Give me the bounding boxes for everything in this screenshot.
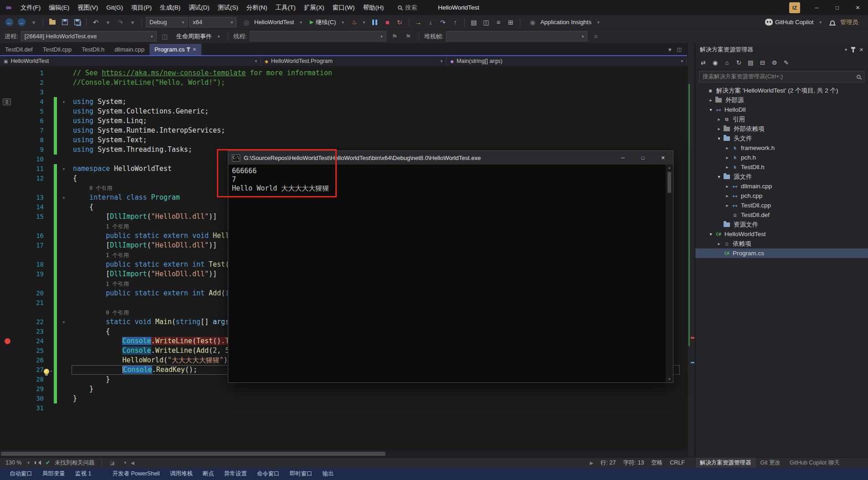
tree-item[interactable]: ▸外部源: [695, 95, 868, 105]
watch-window-icon[interactable]: ⊞: [505, 17, 516, 28]
search-box[interactable]: 搜索: [398, 4, 417, 12]
tree-item[interactable]: ▸hframework.h: [695, 143, 868, 153]
window-layout-icon[interactable]: ◫: [677, 46, 682, 52]
panel-tab[interactable]: 即时窗口: [285, 468, 318, 480]
tree-item[interactable]: 资源文件: [695, 220, 868, 229]
console-title-bar[interactable]: C:\ G:\SourceRepos\HelloWorldTest\HelloW…: [228, 151, 673, 165]
zoom-combo[interactable]: 130 %▾: [4, 458, 31, 468]
panel-tab[interactable]: 输出: [318, 468, 339, 480]
code-line[interactable]: 31: [0, 403, 687, 413]
document-tab[interactable]: TestDll.h: [77, 44, 109, 55]
close-icon[interactable]: ✕: [192, 47, 196, 52]
refresh-icon[interactable]: ↻: [734, 58, 744, 68]
code-line[interactable]: 30}: [0, 394, 687, 403]
code-line[interactable]: 7using System.Runtime.InteropServices;: [0, 126, 687, 135]
menu-item[interactable]: 测试(S): [214, 0, 242, 15]
continue-button[interactable]: ▶继续(C)▾: [307, 17, 347, 28]
code-line[interactable]: 3: [0, 88, 687, 97]
scroll-right-icon[interactable]: ▶: [590, 460, 593, 465]
console-close-button[interactable]: ✕: [653, 151, 673, 165]
menu-item[interactable]: 窗口(W): [329, 0, 359, 15]
menu-item[interactable]: 视图(V): [73, 0, 102, 15]
menu-item[interactable]: 项目(P): [127, 0, 156, 15]
hot-reload-button[interactable]: ♨▾: [349, 17, 368, 28]
indentation-indicator[interactable]: 空格: [651, 459, 663, 467]
notifications-bell-icon[interactable]: [830, 21, 835, 25]
code-line[interactable]: {}4▾using System;: [0, 97, 687, 107]
immediate-window-icon[interactable]: ≡: [493, 17, 504, 28]
tree-item[interactable]: ▸hpch.h: [695, 153, 868, 162]
tool-window-tab[interactable]: 解决方案资源管理器: [695, 458, 756, 468]
tree-item[interactable]: ▾C#HelloWorldTest: [695, 229, 868, 239]
show-all-files-icon[interactable]: ▤: [745, 58, 756, 68]
tool-window-tab[interactable]: Git 更改: [756, 458, 785, 468]
expand-arrow-icon[interactable]: ▸: [715, 117, 723, 122]
document-tab[interactable]: TestDll.cpp: [38, 44, 77, 55]
breakpoints-window-icon[interactable]: ◫: [481, 17, 492, 28]
expand-arrow-icon[interactable]: ▸: [724, 193, 731, 198]
panel-tab[interactable]: 调用堆栈: [165, 468, 198, 480]
sync-with-active-document-icon[interactable]: ⇄: [698, 58, 709, 68]
expand-arrow-icon[interactable]: ▸: [724, 165, 731, 170]
menu-item[interactable]: 编辑(E): [45, 0, 73, 15]
tree-item[interactable]: ▸◫依赖项: [695, 239, 868, 248]
step-out-icon[interactable]: ↑: [450, 17, 461, 28]
undo-dropdown-icon[interactable]: ▾: [103, 17, 113, 28]
open-file-icon[interactable]: [47, 17, 58, 28]
lifecycle-events-combo[interactable]: 生命周期事件▾: [173, 31, 223, 42]
account-badge[interactable]: IZ: [789, 2, 800, 13]
document-list-dropdown-icon[interactable]: ▼: [668, 47, 673, 52]
pin-icon[interactable]: [188, 49, 189, 52]
restart-icon[interactable]: ↻: [394, 17, 405, 28]
maximize-button[interactable]: □: [827, 0, 847, 15]
redo-dropdown-icon[interactable]: ▾: [127, 17, 138, 28]
menu-item[interactable]: 生成(B): [156, 0, 185, 15]
horizontal-scrollbar-thumb[interactable]: [1, 452, 385, 456]
expand-arrow-icon[interactable]: ▾: [707, 107, 714, 112]
menu-item[interactable]: 文件(F): [16, 0, 45, 15]
expand-arrow-icon[interactable]: ▸: [724, 155, 731, 160]
expand-arrow-icon[interactable]: ▾: [707, 232, 714, 237]
menu-item[interactable]: 调试(D): [185, 0, 214, 15]
console-scrollbar[interactable]: ▲ ▼: [666, 165, 673, 382]
redo-icon[interactable]: ↷: [115, 17, 126, 28]
thread-combo[interactable]: ▾: [250, 31, 386, 41]
close-button[interactable]: ✕: [847, 0, 868, 15]
process-snapshot-icon[interactable]: ◫: [159, 31, 170, 42]
panel-tab[interactable]: 自动窗口: [5, 468, 37, 480]
close-icon[interactable]: ✕: [859, 47, 863, 53]
menu-item[interactable]: 分析(N): [242, 0, 272, 15]
application-insights-combo[interactable]: ◉Application Insights▾: [524, 17, 603, 28]
startup-project-combo[interactable]: ◎HelloWorldTest▾: [238, 17, 305, 28]
save-all-icon[interactable]: [72, 17, 82, 28]
pending-changes-filter-icon[interactable]: ◉: [710, 58, 720, 68]
vertical-scrollbar[interactable]: [687, 43, 695, 457]
preview-selected-items-icon[interactable]: ✎: [781, 58, 791, 68]
nav-back-icon[interactable]: ←: [4, 17, 15, 28]
flag-thread-icon[interactable]: ⚑: [389, 31, 400, 42]
document-tab[interactable]: dllmain.cpp: [109, 44, 149, 55]
scroll-down-icon[interactable]: ▼: [668, 376, 671, 382]
pin-icon[interactable]: [853, 49, 854, 52]
save-icon[interactable]: [59, 17, 70, 28]
expand-arrow-icon[interactable]: ▾: [715, 174, 723, 179]
code-line[interactable]: 29 }: [0, 384, 687, 394]
code-cleanup-dropdown-icon[interactable]: ▾: [121, 460, 127, 465]
speaker-icon[interactable]: [36, 460, 41, 465]
console-maximize-button[interactable]: □: [633, 151, 653, 165]
panel-tab[interactable]: 局部变量: [37, 468, 70, 480]
panel-tab[interactable]: 命令窗口: [252, 468, 285, 480]
panel-header[interactable]: 解决方案资源管理器 ▾ ✕: [695, 43, 868, 57]
console-minimize-button[interactable]: ─: [613, 151, 633, 165]
expand-arrow-icon[interactable]: ▸: [707, 98, 714, 103]
fold-marker[interactable]: ▾: [60, 317, 68, 327]
tree-item[interactable]: ▸hTestDll.h: [695, 162, 868, 172]
expand-arrow-icon[interactable]: ▸: [724, 145, 731, 150]
expand-arrow-icon[interactable]: ▸: [715, 241, 723, 246]
stack-frames-icon[interactable]: ≡: [590, 31, 601, 42]
menu-item[interactable]: Git(G): [102, 0, 127, 15]
tree-item[interactable]: C#Program.cs: [695, 248, 868, 258]
type-dropdown[interactable]: ◆HelloWorldTest.Program▾: [261, 56, 447, 66]
menu-item[interactable]: 帮助(H): [359, 0, 388, 15]
platform-combo[interactable]: x64▾: [189, 17, 236, 27]
